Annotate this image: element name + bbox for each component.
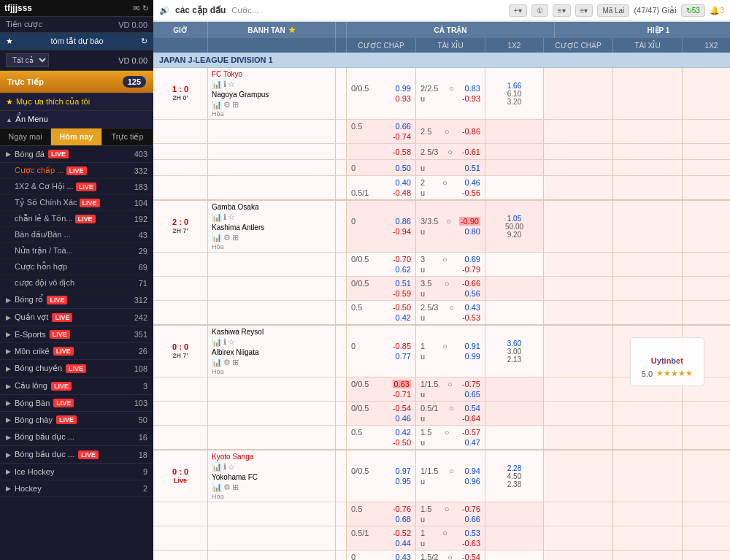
handicap-m2r2[interactable]: 0/0.5 -0.70 0.62 xyxy=(347,253,416,276)
topbar-cuoc[interactable]: Cước... xyxy=(231,6,258,15)
filter-select[interactable]: Tất cả xyxy=(6,53,49,67)
topbar-refresh[interactable]: ↻53 xyxy=(681,4,705,17)
sub-ty-so[interactable]: Tỷ Số Chính Xác LIVE 104 xyxy=(0,195,153,211)
summary-refresh[interactable]: ↻ xyxy=(141,37,147,46)
plus-icon[interactable]: ⊞ xyxy=(232,100,239,110)
handicap-m3r3[interactable]: 0/0.5 -0.54 0.46 xyxy=(347,402,416,425)
sub-cuoc-chap[interactable]: Cược chấp ... LIVE 332 xyxy=(0,163,153,179)
handicap-m4r1[interactable]: 0/0.5 0.97 0.95 xyxy=(347,450,416,502)
star-icon[interactable]: ☆ xyxy=(228,80,235,89)
sport-ice-hockey[interactable]: ▶ Ice Hockey 9 xyxy=(0,464,153,480)
settings-icon[interactable]: ⚙ xyxy=(223,358,231,367)
1x2-m4r1[interactable]: 2.28 4.50 2.38 xyxy=(485,450,544,502)
handicap-cell3[interactable]: -0.58 xyxy=(347,144,416,159)
sub-ban-dau[interactable]: Bàn đầu/Bàn ... 43 xyxy=(0,227,153,243)
sport-bau-duc1[interactable]: ▶ Bóng bầu dục ... 16 xyxy=(0,429,153,446)
taixiu-cell[interactable]: 2/2.5 ○ 0.83 u -0.93 xyxy=(416,68,485,119)
handicap-m2r3[interactable]: 0/0.5 0.51 -0.59 xyxy=(347,277,416,300)
info-icon[interactable]: ℹ xyxy=(223,337,226,347)
tab-hom-nay[interactable]: Hôm nay xyxy=(51,129,102,145)
info-icon[interactable]: ℹ xyxy=(223,212,226,222)
sport-bong-chay[interactable]: ▶ Bóng chày LIVE 50 xyxy=(0,412,153,429)
taixiu-m3r1[interactable]: 1 ○ 0.91 u 0.99 xyxy=(416,326,485,377)
sub-chan-le[interactable]: chẵn lẻ & Tốn... LIVE 192 xyxy=(0,211,153,227)
taixiu-cell3[interactable]: 2.5/3 ○ -0.61 xyxy=(416,144,485,159)
plus-icon[interactable]: ⊞ xyxy=(232,483,239,492)
sub-nua-tran[interactable]: Nửa trận / Toà... 29 xyxy=(0,243,153,259)
chart-icon[interactable]: 📊 xyxy=(212,80,222,89)
sport-bau-duc2[interactable]: ▶ Bóng bầu dục ... LIVE 18 xyxy=(0,446,153,464)
handicap-m4r2[interactable]: 0.5 -0.76 0.68 xyxy=(347,502,416,526)
star-icon[interactable]: ☆ xyxy=(228,337,235,347)
summary-row[interactable]: ★ tóm tắt dự báo ↻ xyxy=(0,33,153,50)
topbar-menu1[interactable]: ≡▾ xyxy=(553,4,571,17)
sport-esports[interactable]: ▶ E-Sports LIVE 351 xyxy=(0,326,153,343)
topbar-sound-icon[interactable]: 🔊 xyxy=(159,6,169,15)
1x2-cell[interactable]: 1.66 6.10 3.20 xyxy=(485,68,544,119)
chart-icon2[interactable]: 📊 xyxy=(212,100,222,110)
chart-icon2[interactable]: 📊 xyxy=(212,233,222,242)
sport-quan-vot[interactable]: ▶ Quần vợt LIVE 242 xyxy=(0,309,153,326)
sport-bong-chuyen[interactable]: ▶ Bóng chuyền LIVE 108 xyxy=(0,360,153,377)
sub-hon-hop[interactable]: Cược hỗn hợp 69 xyxy=(0,259,153,275)
chart-icon[interactable]: 📊 xyxy=(212,212,222,222)
taixiu-m3r4[interactable]: 1.5 ○ -0.57 u 0.47 xyxy=(416,426,485,449)
taixiu-cell4[interactable]: u 0.51 xyxy=(416,160,485,175)
sport-cau-long[interactable]: ▶ Cầu lông LIVE 3 xyxy=(0,377,153,395)
taixiu-m2r3[interactable]: 3.5 ○ -0.66 u 0.56 xyxy=(416,277,485,300)
handicap-m4r3[interactable]: 0.5/1 -0.52 0.44 xyxy=(347,526,416,550)
star-icon[interactable]: ☆ xyxy=(228,462,235,472)
handicap-m3r2[interactable]: 0/0.5 0.63 -0.71 xyxy=(347,377,416,401)
topbar-alerts[interactable]: 🔔3 xyxy=(710,6,724,15)
handicap-m2r1[interactable]: 0 0.86 -0.94 xyxy=(347,201,416,252)
an-menu-row[interactable]: Ẩn Menu xyxy=(0,111,153,129)
tab-ngay-mai[interactable]: Ngày mai xyxy=(0,129,51,145)
handicap-m3r1[interactable]: 0 -0.85 0.77 xyxy=(347,326,416,377)
sub-1x2[interactable]: 1X2 & Cơ Hội ... LIVE 183 xyxy=(0,179,153,195)
handicap-cell2[interactable]: 0.5 0.66 -0.74 xyxy=(347,120,416,143)
taixiu-m4r1[interactable]: 1/1.5 ○ 0.94 u 0.96 xyxy=(416,450,485,502)
1x2-m2r1[interactable]: 1.05 50.00 9.20 xyxy=(485,201,544,252)
info-icon[interactable]: ℹ xyxy=(223,462,226,472)
taixiu-m2r4[interactable]: 2.5/3 ○ 0.43 u -0.53 xyxy=(416,301,485,324)
star-icon[interactable]: ☆ xyxy=(228,212,235,222)
topbar-plus[interactable]: +▾ xyxy=(509,4,527,17)
taixiu-m2r1[interactable]: 3/3.5 ○ -0.90 u 0.80 xyxy=(416,201,485,252)
topbar-info[interactable]: ① xyxy=(531,4,548,17)
chart-icon[interactable]: 📊 xyxy=(212,337,222,347)
sport-bong-ro[interactable]: ▶ Bóng rổ LIVE 312 xyxy=(0,291,153,309)
taixiu-m4r2[interactable]: 1.5 ○ -0.76 u 0.66 xyxy=(416,502,485,526)
yeu-thich-row[interactable]: Mục ưa thích của tôi xyxy=(0,93,153,111)
taixiu-cell5[interactable]: 2 ○ 0.46 u -0.56 xyxy=(416,176,485,199)
sport-hockey[interactable]: ▶ Hockey 2 xyxy=(0,480,153,497)
sport-bong-ban[interactable]: ▶ Bóng Bàn LIVE 103 xyxy=(0,395,153,412)
sport-crike[interactable]: ▶ Môn crikê LIVE 26 xyxy=(0,343,153,360)
sub-vo-dich[interactable]: cược đội vô địch 71 xyxy=(0,275,153,291)
chart-icon2[interactable]: 📊 xyxy=(212,358,222,367)
mail-icon[interactable]: ✉ xyxy=(133,4,139,13)
settings-icon[interactable]: ⚙ xyxy=(223,483,231,492)
handicap-cell5[interactable]: 0.40 0.5/1 -0.48 xyxy=(347,176,416,199)
taixiu-m4r3[interactable]: 1 ○ 0.53 u -0.63 xyxy=(416,526,485,550)
chart-icon[interactable]: 📊 xyxy=(212,462,222,472)
info-icon[interactable]: ℹ xyxy=(223,80,226,89)
taixiu-m4r4[interactable]: 1.5/2 ○ -0.54 u 0.44 xyxy=(416,551,485,560)
handicap-m3r4[interactable]: 0.5 0.42 -0.50 xyxy=(347,426,416,449)
taixiu-cell2[interactable]: 2.5 ○ -0.86 xyxy=(416,120,485,143)
topbar-malai[interactable]: Mã Lai xyxy=(597,4,629,17)
handicap-m2r4[interactable]: 0.5 -0.50 0.42 xyxy=(347,301,416,324)
topbar-menu2[interactable]: ≡▾ xyxy=(575,4,593,17)
handicap-m4r4[interactable]: 0 0.43 -0.51 xyxy=(347,551,416,560)
taixiu-m2r2[interactable]: 3 ○ 0.69 u -0.79 xyxy=(416,253,485,276)
taixiu-m3r3[interactable]: 0.5/1 ○ 0.54 u -0.64 xyxy=(416,402,485,425)
1x2-m3r1[interactable]: 3.60 3.00 2.13 xyxy=(485,326,544,377)
handicap-cell4[interactable]: 0 0.50 xyxy=(347,160,416,175)
taixiu-m3r2[interactable]: 1/1.5 ○ -0.75 u 0.65 xyxy=(416,377,485,401)
chart-icon2[interactable]: 📊 xyxy=(212,483,222,492)
sport-bong-da[interactable]: ▶ Bóng đá LIVE 403 xyxy=(0,146,153,163)
plus-icon[interactable]: ⊞ xyxy=(232,358,239,367)
handicap-cell[interactable]: 0/0.5 0.99 0.93 xyxy=(347,68,416,119)
plus-icon[interactable]: ⊞ xyxy=(232,233,239,242)
settings-icon[interactable]: ⚙ xyxy=(223,100,231,110)
refresh-icon[interactable]: ↻ xyxy=(142,4,149,13)
